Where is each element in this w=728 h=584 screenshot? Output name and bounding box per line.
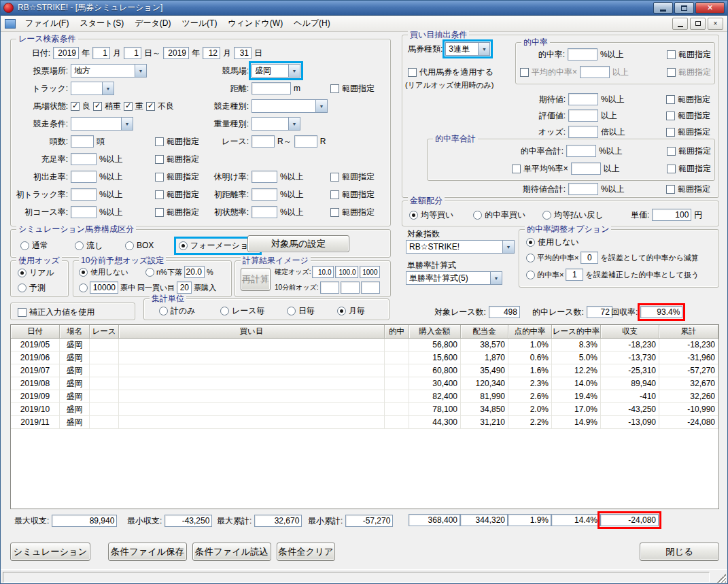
first-run-field[interactable]	[71, 171, 97, 183]
aggregation-total-only-radio[interactable]	[159, 307, 168, 315]
minimize-button[interactable]	[653, 2, 673, 14]
chevron-down-icon[interactable]: ▼	[121, 118, 133, 130]
aggregation-monthly-radio[interactable]	[337, 307, 346, 315]
menu-file[interactable]: ファイル(F)	[20, 16, 74, 31]
fill-rate-field[interactable]	[71, 153, 97, 165]
menu-window[interactable]: ウィンドウ(W)	[222, 16, 288, 31]
expected-range-checkbox[interactable]	[666, 95, 675, 104]
chevron-down-icon[interactable]: ▼	[288, 118, 300, 130]
date-to-day-field[interactable]: 31	[234, 47, 252, 59]
first-track-field[interactable]	[71, 188, 97, 201]
header-place[interactable]: 場名	[60, 325, 90, 338]
target-horse-settings-button[interactable]: 対象馬の設定	[247, 235, 349, 252]
avg-hit-rate-range-checkbox[interactable]	[667, 68, 676, 77]
win-formula-select[interactable]: 単勝率計算式(5)▼	[406, 271, 502, 285]
hit-total-field[interactable]	[566, 145, 596, 157]
header-total[interactable]: 累計	[659, 325, 718, 338]
table-row[interactable]: 2019/10 盛岡 78,100 34,850 2.0% 17.0% -43,…	[11, 403, 718, 416]
date-from-day-field[interactable]: 1	[124, 47, 141, 59]
menu-start[interactable]: スタート(S)	[74, 16, 129, 31]
race-from-field[interactable]	[252, 135, 275, 148]
expected-total-field[interactable]	[568, 183, 598, 195]
first-surface-range-checkbox[interactable]	[330, 208, 339, 217]
distance-field[interactable]	[252, 82, 291, 95]
pre-odds-votes-count-field[interactable]: 20	[177, 281, 192, 294]
aggregation-per-race-radio[interactable]	[220, 307, 229, 315]
aggregation-daily-radio[interactable]	[287, 307, 296, 315]
date-to-year-field[interactable]: 2019	[163, 47, 189, 59]
date-from-year-field[interactable]: 2019	[53, 47, 79, 59]
rest-range-checkbox[interactable]	[330, 173, 339, 182]
ticket-type-select[interactable]: 3連単▼	[445, 42, 490, 56]
first-distance-field[interactable]	[252, 188, 277, 201]
table-row[interactable]: 2019/08 盛岡 30,400 120,340 2.3% 14.0% 89,…	[11, 377, 718, 390]
clear-all-conditions-button[interactable]: 条件全クリア	[277, 543, 335, 561]
pre-odds-image-field-2[interactable]	[341, 281, 360, 294]
single-avg-range-checkbox[interactable]	[667, 165, 676, 173]
fixed-odds-field-2[interactable]: 100.0	[335, 266, 358, 278]
resize-grip[interactable]	[717, 574, 726, 583]
rest-field[interactable]	[252, 171, 277, 183]
evaluation-field[interactable]	[568, 109, 598, 122]
menu-tools[interactable]: ツール(T)	[177, 16, 223, 31]
hit-adjust-avg-radio[interactable]	[526, 254, 535, 262]
pre-odds-drop-radio[interactable]	[145, 268, 154, 277]
mdi-child-icon[interactable]	[5, 19, 16, 29]
menu-help[interactable]: ヘルプ(H)	[288, 16, 336, 31]
header-race-rate[interactable]: レース的中率	[552, 325, 601, 338]
pre-odds-image-field-3[interactable]	[361, 281, 380, 294]
hit-adjust-rate-radio[interactable]	[526, 271, 535, 279]
allocation-hit-rate-buy-radio[interactable]	[473, 211, 482, 220]
odds-field[interactable]	[568, 126, 598, 138]
chevron-down-icon[interactable]: ▼	[478, 43, 489, 55]
substitute-ticket-checkbox[interactable]	[408, 68, 417, 77]
hit-adjust-none-radio[interactable]	[526, 238, 535, 247]
close-button[interactable]: ✕	[695, 2, 725, 14]
hit-rate-range-checkbox[interactable]	[667, 50, 676, 59]
expected-total-range-checkbox[interactable]	[666, 185, 675, 194]
chevron-down-icon[interactable]: ▼	[490, 272, 502, 284]
surface-good-checkbox[interactable]	[71, 102, 80, 111]
composition-nagashi-radio[interactable]	[75, 241, 84, 250]
header-race[interactable]: レース	[90, 325, 119, 338]
hit-rate-field[interactable]	[568, 48, 597, 61]
track-select[interactable]: ▼	[71, 82, 114, 95]
composition-formation-radio[interactable]	[179, 241, 188, 250]
heads-range-checkbox[interactable]	[155, 137, 164, 146]
first-course-field[interactable]	[71, 206, 97, 218]
header-payout[interactable]: 配当金	[461, 325, 508, 338]
odds-predicted-radio[interactable]	[18, 284, 27, 292]
chevron-down-icon[interactable]: ▼	[315, 100, 327, 112]
chevron-down-icon[interactable]: ▼	[135, 65, 146, 77]
odds-real-radio[interactable]	[18, 269, 27, 277]
pre-odds-votes-radio[interactable]	[79, 284, 88, 292]
header-balance[interactable]: 収支	[601, 325, 659, 338]
menu-data[interactable]: データ(D)	[129, 16, 176, 31]
first-surface-field[interactable]	[252, 206, 277, 218]
single-avg-checkbox[interactable]	[512, 165, 521, 173]
header-bet[interactable]: 買い目	[119, 325, 385, 338]
expected-field[interactable]	[568, 93, 598, 105]
unit-price-field[interactable]: 100	[652, 209, 691, 221]
simulation-button[interactable]: シミュレーション	[10, 543, 90, 561]
date-to-month-field[interactable]: 12	[203, 47, 220, 59]
mdi-close-button[interactable]: ×	[708, 18, 723, 30]
header-date[interactable]: 日付	[11, 325, 60, 338]
recalc-button[interactable]: 再計算	[241, 268, 271, 291]
date-from-month-field[interactable]: 1	[92, 47, 110, 59]
race-cond-select[interactable]: ▼	[71, 117, 133, 131]
pre-odds-drop-field[interactable]: 20.0	[184, 266, 205, 278]
single-avg-field[interactable]	[571, 162, 601, 175]
heads-field[interactable]	[71, 135, 94, 148]
header-purchase[interactable]: 購入金額	[409, 325, 461, 338]
close-dialog-button[interactable]: 閉じる	[640, 543, 719, 561]
target-index-select[interactable]: RB☆STRIKE!▼	[406, 240, 515, 254]
table-row[interactable]: 2019/06 盛岡 15,600 1,870 0.6% 5.0% -13,73…	[11, 351, 718, 364]
composition-normal-radio[interactable]	[20, 241, 29, 250]
first-run-range-checkbox[interactable]	[155, 173, 164, 182]
chevron-down-icon[interactable]: ▼	[502, 241, 514, 253]
course-select[interactable]: 盛岡▼	[252, 64, 300, 78]
surface-slightly-heavy-checkbox[interactable]	[93, 102, 102, 111]
chevron-down-icon[interactable]: ▼	[102, 82, 114, 95]
table-row[interactable]: 2019/07 盛岡 60,800 35,490 1.6% 12.2% -25,…	[11, 364, 718, 377]
